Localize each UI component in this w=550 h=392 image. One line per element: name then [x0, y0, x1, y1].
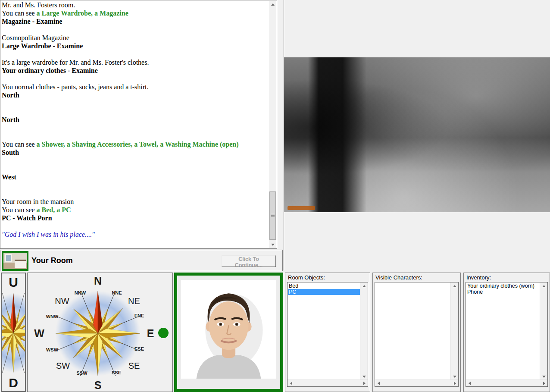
direction-nnw[interactable]: NNW [75, 290, 86, 295]
log-line [2, 75, 268, 83]
direction-se[interactable]: SE [128, 361, 140, 371]
log-line [2, 50, 268, 58]
log-line: "God I wish I was in his place...." [2, 230, 268, 238]
scrollbar-thumb[interactable] [269, 191, 276, 240]
log-line: It's a large wardrobe for Mr. and Ms. Fo… [2, 58, 268, 66]
direction-nne[interactable]: NNE [112, 290, 122, 295]
log-line: South [2, 148, 268, 157]
player-portrait [181, 280, 276, 379]
vertical-compass: U D [1, 273, 26, 392]
scroll-down-arrow-icon[interactable] [451, 373, 458, 380]
log-line: Your room in the mansion [2, 198, 268, 206]
compass-panel: N S E W NE NW SE SW NNE NNW ENE WNW ESE … [27, 273, 173, 392]
scroll-down-arrow-icon[interactable] [540, 373, 547, 380]
inventory-list[interactable]: Your ordinary clothes (worn)Phone [466, 282, 548, 387]
scroll-left-arrow-icon[interactable] [375, 380, 382, 386]
scroll-right-arrow-icon[interactable] [541, 380, 547, 386]
direction-nw[interactable]: NW [55, 296, 69, 306]
visible-characters-list[interactable] [375, 282, 459, 387]
log-line: Large Wardrobe - Examine [2, 42, 268, 50]
log-line: You normal clothes - pants, socks, jeans… [2, 83, 268, 91]
log-line [2, 107, 268, 116]
scroll-right-arrow-icon[interactable] [361, 380, 368, 386]
log-line: You can see a Bed, a PC [2, 206, 268, 214]
log-line [2, 132, 268, 140]
scroll-left-arrow-icon[interactable] [288, 380, 294, 386]
list-item[interactable]: Your ordinary clothes (worn) [466, 283, 540, 289]
room-objects-list[interactable]: BedPC [287, 282, 368, 387]
scroll-up-arrow-icon[interactable] [451, 282, 458, 289]
direction-e[interactable]: E [147, 327, 154, 340]
player-portrait-face [181, 280, 276, 379]
list-item[interactable]: Bed [288, 283, 360, 289]
room-thumbnail [2, 251, 28, 271]
visible-characters-label: Visible Characters: [375, 274, 422, 281]
direction-up[interactable]: U [9, 276, 18, 289]
inventory-label: Inventory: [466, 274, 491, 281]
inventory-vscrollbar[interactable] [540, 282, 547, 380]
continue-button[interactable]: Click To Continue... [222, 255, 276, 267]
log-line: Cosmopolitan Magazine [2, 34, 268, 42]
direction-down[interactable]: D [9, 376, 18, 389]
rags-game-window: Mr. and Ms. Fosters room.You can see a L… [0, 0, 550, 392]
log-line [2, 25, 268, 34]
log-line: North [2, 91, 268, 99]
game-log: Mr. and Ms. Fosters room.You can see a L… [2, 1, 268, 248]
scroll-up-arrow-icon[interactable] [360, 282, 368, 289]
scroll-left-arrow-icon[interactable] [466, 380, 473, 386]
watermark [288, 206, 315, 210]
vertical-compass-rose[interactable] [2, 289, 25, 377]
direction-ssw[interactable]: SSW [76, 370, 87, 376]
direction-ne[interactable]: NE [128, 296, 140, 306]
visible-characters-panel: Visible Characters: [372, 273, 461, 392]
direction-wnw[interactable]: WNW [46, 314, 59, 319]
log-line: Your ordinary clothes - Examine [2, 66, 268, 75]
scroll-up-arrow-icon[interactable] [540, 282, 547, 289]
room-objects-hscrollbar[interactable] [288, 379, 368, 386]
direction-sw[interactable]: SW [56, 361, 70, 371]
scroll-down-arrow-icon[interactable] [360, 373, 368, 380]
inventory-panel: Inventory: Your ordinary clothes (worn)P… [463, 273, 550, 392]
inventory-hscrollbar[interactable] [466, 379, 547, 386]
visible-characters-list-items [375, 283, 450, 379]
log-line [2, 124, 268, 132]
visible-characters-hscrollbar[interactable] [375, 379, 458, 386]
direction-ene[interactable]: ENE [134, 313, 144, 318]
list-item[interactable]: Phone [466, 289, 540, 295]
room-objects-list-items: BedPC [288, 283, 360, 379]
direction-s[interactable]: S [94, 379, 102, 392]
room-title: Your Room [31, 256, 73, 265]
log-scrollbar[interactable] [269, 1, 276, 248]
scene-image-placeholder [284, 57, 550, 212]
room-thumbnail-bed [15, 260, 26, 268]
room-objects-panel: Room Objects: BedPC [285, 273, 370, 392]
log-line: North [2, 116, 268, 124]
direction-ese[interactable]: ESE [134, 346, 144, 351]
log-line [2, 157, 268, 165]
direction-w[interactable]: W [34, 327, 44, 340]
visible-characters-vscrollbar[interactable] [450, 282, 458, 380]
inventory-list-items: Your ordinary clothes (worn)Phone [466, 283, 540, 379]
direction-wsw[interactable]: WSW [46, 347, 58, 352]
log-line: You can see a Large Wardrobe, a Magazine [2, 9, 268, 17]
room-thumbnail-window [5, 254, 12, 262]
room-objects-vscrollbar[interactable] [360, 282, 368, 380]
room-objects-label: Room Objects: [288, 274, 325, 281]
east-exit-indicator[interactable] [158, 328, 169, 338]
game-log-panel: Mr. and Ms. Fosters room.You can see a L… [0, 0, 277, 249]
log-line [2, 165, 268, 173]
direction-n[interactable]: N [94, 275, 102, 287]
room-bar: Your Room Click To Continue... [0, 250, 283, 271]
log-line: PC - Watch Porn [2, 214, 268, 222]
log-line [2, 189, 268, 198]
list-item[interactable]: PC [288, 289, 360, 295]
scroll-right-arrow-icon[interactable] [451, 380, 458, 386]
player-portrait-frame [174, 273, 283, 392]
log-line: Mr. and Ms. Fosters room. [2, 1, 268, 9]
log-line [2, 99, 268, 107]
log-line: Magazine - Examine [2, 17, 268, 25]
scroll-down-arrow-icon[interactable] [269, 241, 276, 248]
log-line [2, 181, 268, 189]
direction-sse[interactable]: SSE [112, 370, 121, 375]
scroll-up-arrow-icon[interactable] [269, 1, 276, 8]
